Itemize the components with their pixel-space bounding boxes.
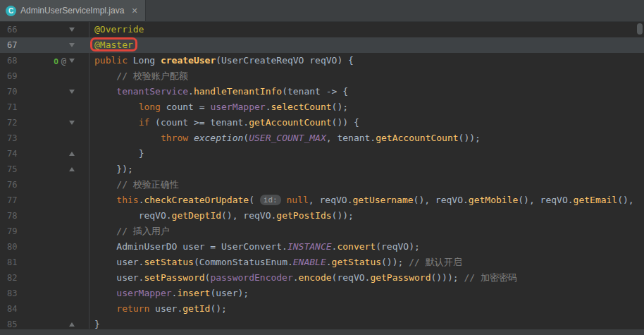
line-number[interactable]: 77 <box>0 193 27 208</box>
gutter-cell[interactable]: 82 <box>0 270 89 286</box>
fold-down-icon[interactable] <box>69 121 75 125</box>
code-token: (), <box>617 195 633 205</box>
gutter-cell[interactable]: 85 <box>0 317 89 329</box>
code-token: long <box>139 102 161 112</box>
code-token: // 校验账户配额 <box>116 71 187 81</box>
code-token: return <box>116 303 149 314</box>
close-tab-icon[interactable]: ✕ <box>131 6 137 16</box>
code-token: getMobile <box>469 195 518 205</box>
line-number[interactable]: 70 <box>0 84 27 99</box>
gutter-cell[interactable]: 68 <box>0 53 89 68</box>
code-text: } <box>89 146 144 162</box>
fold-down-icon[interactable] <box>69 59 75 63</box>
tab-adminuserserviceimpl[interactable]: C AdminUserServiceImpl.java ✕ <box>0 0 146 21</box>
code-text: // 校验正确性 <box>89 177 179 193</box>
line-number[interactable]: 71 <box>0 99 27 115</box>
fold-down-icon[interactable] <box>69 28 75 32</box>
gutter-cell[interactable]: 83 <box>0 286 89 301</box>
code-token: // 默认开启 <box>409 257 462 267</box>
line-number[interactable]: 73 <box>0 130 27 146</box>
line-number[interactable]: 84 <box>0 301 27 317</box>
code-token: throw <box>161 133 194 143</box>
line-number[interactable]: 81 <box>0 255 27 270</box>
code-line[interactable]: 69 // 校验账户配额 <box>0 68 644 84</box>
code-token: (), reqVO. <box>414 195 469 205</box>
code-line[interactable]: 79 // 插入用户 <box>0 224 644 239</box>
fold-up-icon[interactable] <box>69 322 75 327</box>
line-number[interactable]: 66 <box>0 22 27 37</box>
code-token: . <box>188 86 194 97</box>
code-line[interactable]: 70 tenantService.handleTenantInfo(tenant… <box>0 84 644 99</box>
gutter-icons <box>27 121 89 125</box>
code-line[interactable]: 66@Override <box>0 22 644 37</box>
line-number[interactable]: 76 <box>0 177 27 193</box>
gutter-cell[interactable]: 73 <box>0 130 89 146</box>
code-token: Long <box>133 55 161 66</box>
code-line[interactable]: 68public Long createUser(UserCreateReqVO… <box>0 53 644 68</box>
gutter-cell[interactable]: 81 <box>0 255 89 270</box>
line-number[interactable]: 82 <box>0 270 27 286</box>
status-bar-strip <box>0 329 644 335</box>
code-token: null <box>287 195 309 205</box>
code-token: tenantService <box>116 86 188 97</box>
line-number[interactable]: 80 <box>0 239 27 255</box>
code-token <box>281 195 287 205</box>
gutter-cell[interactable]: 75 <box>0 162 89 177</box>
gutter-icons <box>27 152 89 156</box>
line-number[interactable]: 69 <box>0 68 27 84</box>
gutter-cell[interactable]: 77 <box>0 193 89 208</box>
fold-down-icon[interactable] <box>69 43 75 47</box>
code-line[interactable]: 78 reqVO.getDeptId(), reqVO.getPostIds()… <box>0 208 644 224</box>
scrollbar-thumb[interactable] <box>637 23 643 35</box>
gutter-cell[interactable]: 67 <box>0 37 89 53</box>
gutter-cell[interactable]: 79 <box>0 224 89 239</box>
gutter-cell[interactable]: 76 <box>0 177 89 193</box>
gutter-cell[interactable]: 80 <box>0 239 89 255</box>
line-number[interactable]: 75 <box>0 162 27 177</box>
line-number[interactable]: 68 <box>0 53 27 68</box>
gutter-cell[interactable]: 69 <box>0 68 89 84</box>
code-token: user. <box>116 272 144 283</box>
gutter-cell[interactable]: 74 <box>0 146 89 162</box>
gutter-cell[interactable]: 72 <box>0 115 89 130</box>
code-editor[interactable]: 66@Override67@Master68public Long create… <box>0 22 644 329</box>
code-text: public Long createUser(UserCreateReqVO r… <box>89 53 354 68</box>
code-line[interactable]: 67@Master <box>0 37 644 53</box>
code-line[interactable]: 73 throw exception(USER_COUNT_MAX, tenan… <box>0 130 644 146</box>
gutter-cell[interactable]: 84 <box>0 301 89 317</box>
gutter-cell[interactable]: 78 <box>0 208 89 224</box>
code-line[interactable]: 81 user.setStatus(CommonStatusEnum.ENABL… <box>0 255 644 270</box>
gutter-cell[interactable]: 71 <box>0 99 89 115</box>
gutter-cell[interactable]: 70 <box>0 84 89 99</box>
code-line[interactable]: 85} <box>0 317 644 329</box>
code-line[interactable]: 77 this.checkCreateOrUpdate( id: null, r… <box>0 193 644 208</box>
fold-up-icon[interactable] <box>69 152 75 156</box>
line-number[interactable]: 78 <box>0 208 27 224</box>
fold-down-icon[interactable] <box>69 90 75 94</box>
code-line[interactable]: 72 if (count >= tenant.getAccountCount()… <box>0 115 644 130</box>
code-token: if <box>139 117 150 128</box>
line-number[interactable]: 83 <box>0 286 27 301</box>
fold-up-icon[interactable] <box>69 167 75 171</box>
code-token: INSTANCE <box>287 241 332 252</box>
code-text: } <box>89 317 100 329</box>
code-lines: 66@Override67@Master68public Long create… <box>0 22 644 329</box>
code-token: getPassword <box>370 272 431 283</box>
code-line[interactable]: 83 userMapper.insert(user); <box>0 286 644 301</box>
line-number[interactable]: 67 <box>0 37 27 53</box>
line-number[interactable]: 74 <box>0 146 27 162</box>
param-name-hint: id: <box>260 195 281 205</box>
code-line[interactable]: 84 return user.getId(); <box>0 301 644 317</box>
line-number[interactable]: 85 <box>0 317 27 329</box>
code-line[interactable]: 82 user.setPassword(passwordEncoder.enco… <box>0 270 644 286</box>
line-number[interactable]: 79 <box>0 224 27 239</box>
code-line[interactable]: 80 AdminUserDO user = UserConvert.INSTAN… <box>0 239 644 255</box>
code-line[interactable]: 71 long count = userMapper.selectCount()… <box>0 99 644 115</box>
line-number[interactable]: 72 <box>0 115 27 130</box>
code-token: insert <box>177 288 210 298</box>
code-line[interactable]: 76 // 校验正确性 <box>0 177 644 193</box>
code-line[interactable]: 75 }); <box>0 162 644 177</box>
code-line[interactable]: 74 } <box>0 146 644 162</box>
gutter-cell[interactable]: 66 <box>0 22 89 37</box>
code-token: handleTenantInfo <box>194 86 282 97</box>
